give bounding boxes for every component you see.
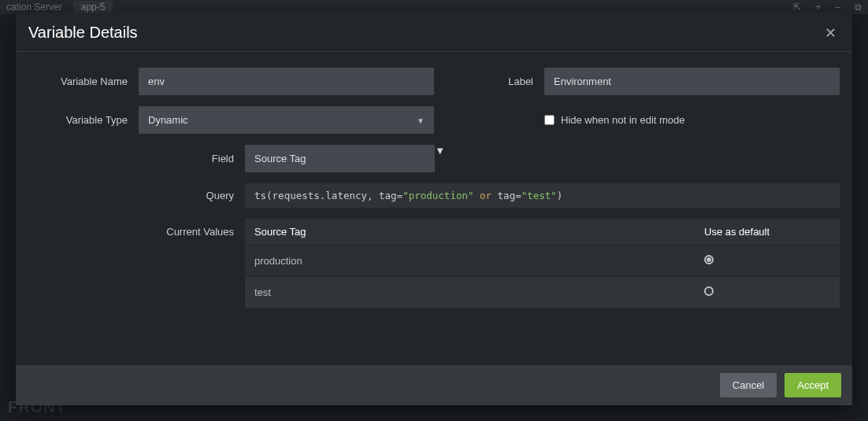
modal-body: Variable Name Label Variable Type Dynami… [16, 52, 852, 365]
table-row: test [245, 276, 840, 308]
variable-name-input[interactable] [139, 68, 434, 95]
query-label: Query [28, 190, 245, 201]
modal-header: Variable Details ✕ [16, 13, 852, 52]
values-table-header: Source Tag Use as default [245, 219, 840, 245]
default-radio-cell [704, 255, 830, 267]
hide-checkbox[interactable] [544, 115, 555, 125]
field-label: Field [28, 153, 245, 164]
col-header-default: Use as default [704, 226, 830, 238]
default-radio[interactable] [704, 286, 714, 296]
cancel-button[interactable]: Cancel [720, 373, 777, 397]
variable-type-label: Variable Type [28, 114, 139, 126]
accept-button[interactable]: Accept [785, 373, 841, 397]
chevron-down-icon: ▼ [435, 145, 445, 172]
modal-title: Variable Details [28, 24, 138, 42]
label-label: Label [434, 76, 544, 87]
current-values-label: Current Values [28, 219, 245, 238]
hide-checkbox-row[interactable]: Hide when not in edit mode [544, 114, 685, 126]
label-input[interactable] [544, 68, 840, 95]
hide-checkbox-label: Hide when not in edit mode [561, 114, 685, 126]
variable-type-select[interactable]: Dynamic [139, 106, 434, 134]
variable-details-modal: Variable Details ✕ Variable Name Label V… [16, 13, 852, 405]
field-select[interactable]: Source Tag [245, 145, 435, 172]
table-cell-tag: test [254, 286, 704, 298]
modal-footer: Cancel Accept [16, 365, 852, 405]
default-radio[interactable] [704, 255, 714, 264]
close-icon[interactable]: ✕ [822, 24, 840, 42]
default-radio-cell [704, 286, 830, 298]
table-cell-tag: production [254, 255, 704, 267]
col-header-source-tag: Source Tag [254, 226, 704, 238]
variable-name-label: Variable Name [28, 76, 139, 87]
query-input[interactable]: ts(requests.latency, tag="production" or… [245, 183, 840, 208]
table-row: production [245, 245, 840, 276]
